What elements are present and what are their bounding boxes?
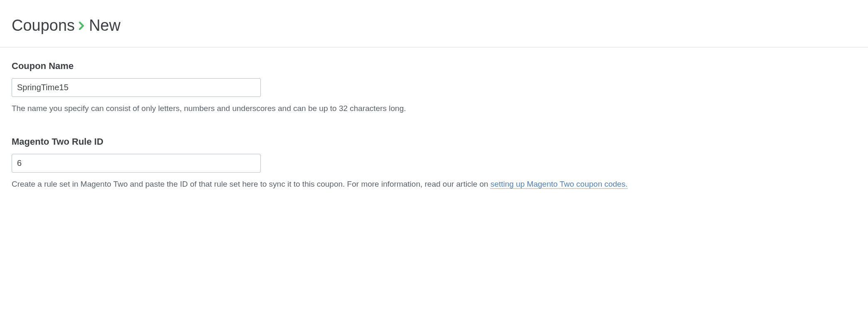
rule-id-help: Create a rule set in Magento Two and pas… [12,178,856,190]
rule-id-label: Magento Two Rule ID [12,136,856,147]
page-header: Coupons New [0,0,868,47]
breadcrumb-current: New [89,17,120,35]
coupon-name-help: The name you specify can consist of only… [12,103,856,115]
rule-id-help-text: Create a rule set in Magento Two and pas… [12,180,490,188]
coupon-name-input[interactable] [12,78,261,97]
chevron-right-icon [79,22,85,30]
coupon-name-label: Coupon Name [12,61,856,72]
breadcrumb: Coupons New [12,17,856,35]
rule-id-input[interactable] [12,154,261,173]
form-container: Coupon Name The name you specify can con… [0,47,868,225]
breadcrumb-root[interactable]: Coupons [12,17,75,35]
rule-id-help-link[interactable]: setting up Magento Two coupon codes. [490,180,628,189]
coupon-name-group: Coupon Name The name you specify can con… [12,61,856,115]
rule-id-group: Magento Two Rule ID Create a rule set in… [12,136,856,190]
